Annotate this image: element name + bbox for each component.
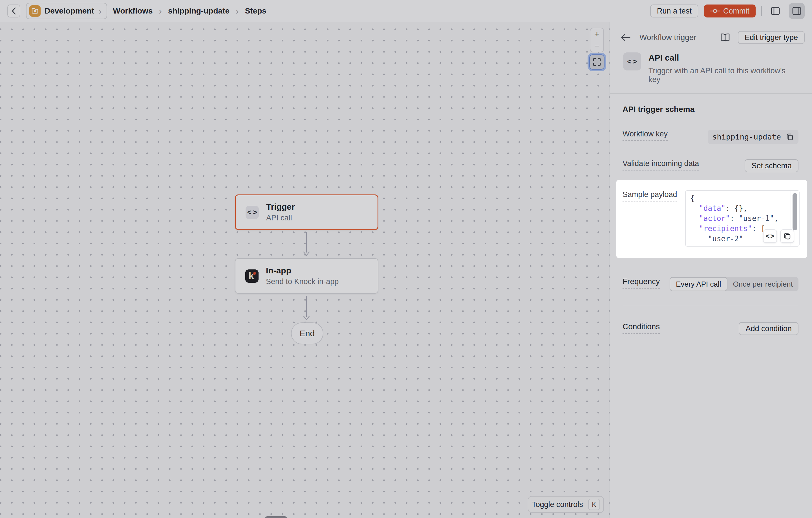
sample-payload-section: Sample payload { "data": {}, "actor": "u… bbox=[616, 180, 807, 258]
panel-right-icon bbox=[792, 6, 802, 16]
chevron-right-icon: › bbox=[98, 6, 103, 16]
trigger-type-description: Trigger with an API call to this workflo… bbox=[648, 66, 799, 84]
chevron-right-icon: › bbox=[158, 6, 163, 16]
trigger-node-subtitle: API call bbox=[266, 214, 295, 222]
environment-name: Development bbox=[45, 6, 94, 16]
trigger-node-text: Trigger API call bbox=[266, 202, 295, 222]
chevron-right-icon: › bbox=[235, 6, 239, 16]
trigger-node-title: Trigger bbox=[266, 202, 295, 212]
workflow-key-label: Workflow key bbox=[622, 130, 668, 141]
in-app-node-text: In-app Send to Knock in-app bbox=[266, 266, 339, 286]
frequency-row: Frequency Every API call Once per recipi… bbox=[622, 277, 799, 291]
back-button[interactable] bbox=[7, 4, 20, 18]
in-app-step-node[interactable]: k In-app Send to Knock in-app bbox=[235, 258, 378, 294]
trigger-type-text: API call Trigger with an API call to thi… bbox=[648, 53, 799, 84]
book-icon bbox=[720, 33, 730, 42]
run-a-test-button[interactable]: Run a test bbox=[650, 4, 698, 18]
in-app-node-title: In-app bbox=[266, 266, 339, 275]
fullscreen-icon bbox=[593, 58, 601, 66]
frequency-option-every-api-call[interactable]: Every API call bbox=[670, 277, 727, 291]
toggle-controls-label: Toggle controls bbox=[532, 500, 583, 509]
add-condition-button[interactable]: Add condition bbox=[739, 322, 799, 335]
docs-button[interactable] bbox=[719, 31, 732, 44]
copy-icon[interactable] bbox=[785, 133, 794, 141]
section-heading: API trigger schema bbox=[622, 105, 799, 114]
editor-scrollbar-thumb[interactable] bbox=[792, 193, 798, 230]
code-icon: <> bbox=[623, 53, 641, 70]
zoom-out-button[interactable]: − bbox=[590, 40, 603, 52]
copy-icon bbox=[783, 232, 791, 240]
conditions-label: Conditions bbox=[622, 322, 660, 334]
workflow-trigger-panel: Workflow trigger Edit trigger type <> AP… bbox=[610, 22, 812, 518]
trigger-step-node[interactable]: <> Trigger API call bbox=[235, 194, 378, 230]
commit-button-label: Commit bbox=[723, 7, 749, 16]
validate-data-row: Validate incoming data Set schema bbox=[622, 159, 799, 172]
top-bar-left: Development › Workflows › shipping-updat… bbox=[7, 3, 266, 19]
chevron-left-icon bbox=[11, 7, 17, 15]
set-schema-button[interactable]: Set schema bbox=[745, 159, 799, 172]
code-icon: <> bbox=[765, 233, 775, 240]
workflow-key-value: shipping-update bbox=[712, 132, 781, 141]
git-commit-icon bbox=[710, 8, 720, 14]
code-icon: <> bbox=[245, 206, 259, 219]
panel-left-icon bbox=[770, 6, 780, 16]
zoom-in-button[interactable]: + bbox=[590, 28, 603, 40]
copy-payload-button[interactable] bbox=[780, 230, 794, 243]
workflow-key-row: Workflow key shipping-update bbox=[622, 130, 799, 144]
panel-title: Workflow trigger bbox=[638, 33, 713, 42]
api-trigger-schema-section: API trigger schema Workflow key shipping… bbox=[610, 94, 812, 172]
environment-folder-icon bbox=[29, 5, 40, 17]
panel-back-button[interactable] bbox=[619, 31, 632, 44]
open-code-editor-button[interactable]: <> bbox=[763, 230, 777, 243]
workflow-editor-page: Development › Workflows › shipping-updat… bbox=[0, 0, 812, 518]
panel-header: Workflow trigger Edit trigger type bbox=[610, 22, 812, 44]
frequency-option-once-per-recipient[interactable]: Once per recipient bbox=[727, 277, 799, 291]
environment-switcher[interactable]: Development › bbox=[26, 3, 107, 19]
fit-view-button[interactable] bbox=[589, 54, 605, 70]
breadcrumb-workflows[interactable]: Workflows bbox=[113, 6, 152, 16]
end-node-label: End bbox=[300, 329, 315, 338]
toggle-controls-button[interactable]: Toggle controls K bbox=[528, 496, 604, 513]
workflow-key-pill: shipping-update bbox=[708, 130, 799, 144]
zoom-controls: + − bbox=[590, 28, 604, 53]
breadcrumb-steps[interactable]: Steps bbox=[245, 6, 266, 16]
keyboard-shortcut-badge: K bbox=[588, 499, 600, 510]
arrow-left-icon bbox=[621, 34, 631, 41]
sample-payload-editor[interactable]: { "data": {}, "actor": "user-1", "recipi… bbox=[685, 190, 800, 247]
breadcrumb-workflow-key[interactable]: shipping-update bbox=[168, 6, 230, 16]
knock-logo-icon: k bbox=[245, 269, 259, 283]
trigger-type-block: <> API call Trigger with an API call to … bbox=[610, 44, 812, 84]
in-app-node-subtitle: Send to Knock in-app bbox=[266, 277, 339, 286]
toggle-left-panel-button[interactable] bbox=[767, 3, 783, 19]
trigger-type-title: API call bbox=[648, 53, 799, 63]
bottom-tooltip-peek bbox=[265, 516, 287, 518]
toolbar-divider bbox=[761, 6, 762, 17]
frequency-segmented-control: Every API call Once per recipient bbox=[670, 277, 799, 291]
frequency-section: Frequency Every API call Once per recipi… bbox=[610, 277, 812, 335]
frequency-label: Frequency bbox=[622, 277, 660, 288]
sample-payload-label: Sample payload bbox=[622, 190, 677, 202]
commit-button[interactable]: Commit bbox=[704, 4, 756, 18]
validate-data-label: Validate incoming data bbox=[622, 159, 699, 171]
panel-divider bbox=[622, 306, 799, 306]
workflow-canvas[interactable]: + − <> Trigger API call k In-app Send to… bbox=[0, 22, 610, 518]
end-node: End bbox=[291, 323, 323, 344]
top-bar: Development › Workflows › shipping-updat… bbox=[0, 0, 812, 22]
conditions-row: Conditions Add condition bbox=[622, 322, 799, 335]
toggle-right-panel-button[interactable] bbox=[789, 3, 805, 19]
top-bar-right: Run a test Commit bbox=[650, 3, 805, 19]
edit-trigger-type-button[interactable]: Edit trigger type bbox=[738, 31, 805, 44]
